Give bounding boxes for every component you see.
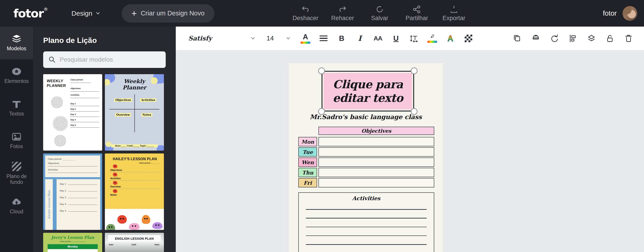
sidebar-item-modelos[interactable]: Modelos: [0, 26, 33, 59]
spacing-button[interactable]: [409, 31, 419, 46]
share-button[interactable]: Partilhar: [404, 5, 430, 22]
registered-mark: ®: [44, 6, 48, 12]
template-haileys-lesson-plan[interactable]: HAILEY'S LESSON PLAN Class period:______…: [105, 154, 164, 230]
template-kinder-lesson-plan[interactable]: Class period: ____________ Objectives Ac…: [43, 154, 102, 230]
pattern-button[interactable]: [464, 31, 474, 46]
template-weekly-planner-floral[interactable]: WeeklyPlanner Objectives Activities Over…: [105, 74, 164, 151]
sidebar-item-plano-de-fundo[interactable]: Plano de fundo: [0, 157, 33, 190]
chevron-down-icon: [286, 37, 291, 40]
underline-button[interactable]: U: [391, 31, 401, 46]
activities-rule-line: [306, 244, 427, 245]
template-english-lesson-plan[interactable]: ENGLISH LESSON PLAN Date: Until: Topic: …: [105, 233, 164, 252]
canvas-area[interactable]: Clique paraeditar texto Mr.Sadro's basic…: [176, 50, 644, 252]
star-icon: [12, 67, 22, 76]
canvas-day-box[interactable]: [318, 168, 434, 177]
italic-button[interactable]: I: [355, 31, 365, 46]
sidebar-item-elementos[interactable]: Elementos: [0, 59, 33, 92]
font-size-select[interactable]: 14: [262, 35, 291, 42]
selection-handle-top-left[interactable]: [318, 67, 325, 74]
template-title: Jerry's Lesson Plan: [48, 235, 98, 240]
template-jerrys-lesson-plan[interactable]: Jerry's Lesson Plan Class period: Monday: [43, 233, 102, 252]
template-day-row: Day 3: [60, 196, 97, 199]
cloud-upload-icon: [12, 198, 22, 207]
canvas-objectives-bar[interactable]: Objectives: [318, 127, 434, 135]
delete-button[interactable]: [624, 34, 633, 43]
photo-icon: [12, 132, 22, 141]
templates-panel: Plano de Lição WEEKLY PLANNER Class peri…: [33, 26, 176, 252]
activities-rule-line: [306, 218, 427, 219]
layers-order-button[interactable]: [587, 34, 596, 43]
canvas-day-box[interactable]: [318, 137, 434, 146]
canvas-day-label[interactable]: Wen: [298, 158, 317, 167]
search-input[interactable]: [60, 56, 160, 63]
canvas-activities-title[interactable]: Activities: [299, 195, 434, 202]
canvas-day-box[interactable]: [318, 178, 434, 187]
canvas-subtitle[interactable]: Mr.Sadro's basic language class: [288, 113, 443, 121]
undo-button[interactable]: Deshacer: [292, 5, 319, 22]
editor: Satisfy 14 A B I AA: [176, 26, 644, 252]
lock-button[interactable]: [605, 34, 615, 43]
template-day-row: Day 2: [60, 190, 97, 192]
text-effect-icon: A: [446, 34, 455, 43]
canvas-day-box[interactable]: [318, 147, 434, 157]
design-page[interactable]: Clique paraeditar texto Mr.Sadro's basic…: [288, 63, 443, 252]
character-decoration: [118, 215, 127, 224]
template-day-row: Day 1: [60, 183, 97, 185]
case-button[interactable]: AA: [373, 31, 383, 46]
align-button[interactable]: [319, 31, 328, 46]
blob-icon: [113, 164, 118, 168]
canvas-title-text[interactable]: Clique paraeditar texto: [333, 77, 403, 105]
export-button[interactable]: Exportar: [440, 5, 467, 22]
unlock-icon: [605, 34, 615, 43]
rotate-button[interactable]: [550, 34, 559, 43]
canvas-activities-box[interactable]: Activities: [298, 192, 434, 252]
svg-text:A: A: [448, 34, 453, 43]
background-icon: [12, 162, 21, 171]
align-objects-button[interactable]: [568, 34, 578, 43]
format-paint-button[interactable]: [531, 34, 540, 43]
canvas-day-label[interactable]: Tue: [298, 147, 317, 157]
template-day-row: Day 5: [60, 210, 97, 212]
fotor-logo[interactable]: fotor®: [14, 6, 48, 20]
template-kinder-days: Day 1Day 2Day 3Day 4Day 5: [56, 179, 100, 230]
canvas-day-label[interactable]: Thu: [298, 168, 317, 177]
sidebar-item-cloud[interactable]: Cloud: [0, 190, 33, 222]
template-day-row: Day 4: [60, 203, 97, 205]
template-day-row: Day 2: [70, 108, 99, 111]
redo-button[interactable]: Rehacer: [329, 5, 356, 22]
duplicate-button[interactable]: [512, 34, 522, 43]
sidebar-item-textos[interactable]: Textos: [0, 92, 33, 124]
halftone-decoration: [54, 135, 66, 147]
font-color-button[interactable]: A: [300, 31, 310, 46]
template-title: WEEKLY PLANNER: [47, 79, 68, 88]
create-new-design-button[interactable]: + Criar um Design Novo: [122, 4, 214, 22]
selection-handle-top-right[interactable]: [411, 67, 418, 74]
template-title: ENGLISH LESSON PLAN: [108, 235, 161, 242]
template-side-label: Kinder Lesson Plan: [48, 190, 51, 219]
design-menu[interactable]: Design: [72, 9, 100, 17]
trash-icon: [624, 34, 633, 43]
sidebar-item-fotos[interactable]: Fotos: [0, 124, 33, 157]
canvas-day-label[interactable]: Fri: [298, 178, 317, 187]
text-effect-button[interactable]: A: [446, 31, 455, 46]
font-family-select[interactable]: Satisfy: [188, 35, 255, 42]
template-weekly-mono-days: Day 1Day 2Day 3Day 4Day 5: [70, 103, 99, 129]
bold-button[interactable]: B: [337, 31, 346, 46]
save-button[interactable]: Salvar: [366, 5, 393, 22]
template-weekly-planner-mono[interactable]: WEEKLY PLANNER Class period: Objectives …: [43, 74, 102, 151]
canvas-day-label[interactable]: Mon: [298, 137, 317, 146]
avatar[interactable]: [622, 6, 637, 21]
rotate-icon: [550, 34, 559, 43]
search-box[interactable]: [43, 51, 166, 68]
sidebar: Modelos Elementos Textos: [0, 26, 33, 252]
sync-icon: [375, 5, 384, 14]
search-icon: [48, 56, 56, 63]
highlight-button[interactable]: [427, 31, 437, 46]
blob-icon: [113, 173, 118, 177]
text-icon: [12, 100, 22, 109]
canvas-day-box[interactable]: [318, 158, 434, 167]
logo-text: fotor: [14, 7, 44, 20]
chevron-down-icon: [250, 37, 255, 40]
share-icon: [412, 5, 421, 14]
canvas-title-box[interactable]: Clique paraeditar texto: [322, 71, 414, 111]
